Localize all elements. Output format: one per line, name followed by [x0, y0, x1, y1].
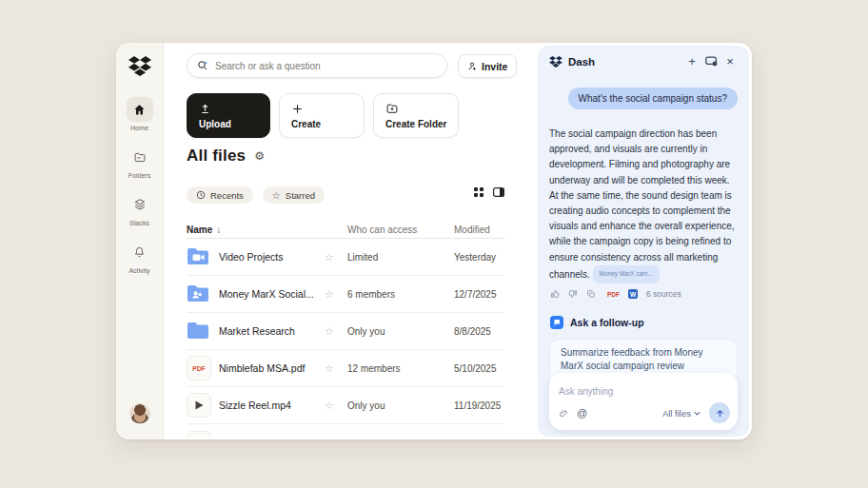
- sidebar-item-label: Activity: [128, 267, 149, 274]
- sidebar-item-stacks[interactable]: Stacks: [127, 192, 153, 226]
- action-buttons: Upload Create Create Folder: [187, 93, 459, 138]
- upload-button[interactable]: Upload: [187, 93, 270, 138]
- file-name: Nimblefab MSA.pdf: [219, 362, 317, 374]
- settings-gear-icon[interactable]: ⚙: [254, 150, 265, 162]
- file-modified: 12/7/2025: [454, 289, 504, 300]
- search-input[interactable]: [215, 61, 437, 71]
- thumbs-down-icon[interactable]: [568, 289, 578, 299]
- ask-input[interactable]: [559, 386, 728, 397]
- file-name: Market Research: [219, 325, 317, 337]
- pdf-source-badge: PDF: [607, 291, 620, 298]
- sidebar-item-label: Folders: [128, 172, 150, 179]
- sidebar-item-label: Stacks: [129, 220, 149, 226]
- filter-label: Starred: [286, 190, 315, 201]
- sidebar-item-folders[interactable]: Folders: [127, 145, 153, 179]
- clock-icon: [196, 190, 206, 200]
- file-access: 6 members: [347, 289, 454, 300]
- chevron-down-icon: [694, 411, 700, 416]
- sidebar-item-home[interactable]: Home: [127, 97, 153, 131]
- row-star-icon[interactable]: ☆: [317, 251, 347, 264]
- create-button[interactable]: Create: [279, 93, 365, 138]
- main-content: Invite Upload Create Create Folder: [164, 43, 536, 439]
- table-row[interactable]: Market Research ☆ Only you 8/8/2025: [187, 313, 504, 350]
- dash-header: Dash + ×: [549, 55, 740, 68]
- source-chip[interactable]: Money MarX cam...: [593, 265, 660, 283]
- file-access: Only you: [347, 400, 454, 411]
- file-access: 12 members: [347, 363, 454, 374]
- copy-icon[interactable]: [586, 289, 596, 299]
- filter-recents[interactable]: Recents: [187, 186, 253, 204]
- invite-button[interactable]: Invite: [458, 54, 517, 78]
- filter-starred[interactable]: ☆ Starred: [263, 186, 325, 204]
- search-icon: [197, 60, 208, 71]
- user-avatar[interactable]: [129, 403, 150, 424]
- column-modified[interactable]: Modified: [454, 224, 504, 235]
- folders-icon: [127, 145, 153, 169]
- file-name: Video Projects: [219, 251, 317, 263]
- folder-plus-icon: [385, 103, 399, 115]
- row-star-icon[interactable]: ☆: [317, 288, 347, 301]
- page-title: All files: [187, 146, 246, 166]
- file-modified: 8/8/2025: [454, 326, 504, 337]
- app-window: Home Folders Stacks Activity: [116, 43, 752, 439]
- scope-selector[interactable]: All files: [662, 408, 700, 419]
- table-row-partial: [187, 424, 504, 438]
- chat-history-icon[interactable]: [701, 56, 720, 67]
- view-toggle: [474, 187, 504, 197]
- mention-icon[interactable]: @: [577, 408, 587, 419]
- page-title-row: All files ⚙: [187, 146, 265, 166]
- row-star-icon[interactable]: ☆: [317, 325, 347, 338]
- pdf-file-icon: PDF: [187, 356, 211, 381]
- file-access: Only you: [347, 326, 454, 337]
- table-row[interactable]: Money MarX Social... ☆ 6 members 12/7/20…: [187, 276, 504, 313]
- file-modified: 11/19/2025: [454, 400, 504, 411]
- file-name: Sizzle Reel.mp4: [219, 400, 317, 411]
- create-folder-label: Create Folder: [385, 119, 446, 129]
- row-star-icon[interactable]: ☆: [317, 400, 347, 412]
- new-chat-icon[interactable]: +: [682, 55, 701, 68]
- close-icon[interactable]: ×: [720, 55, 740, 68]
- dash-panel: Dash + × What's the social campaign stat…: [538, 46, 749, 437]
- dropbox-logo-icon[interactable]: [128, 55, 152, 76]
- send-button[interactable]: [709, 402, 730, 423]
- desktop: { "colors": { "desktop_bg": "#ebe6de", "…: [0, 0, 868, 488]
- create-folder-button[interactable]: Create Folder: [373, 93, 459, 138]
- bell-icon: [127, 240, 153, 264]
- sort-down-icon: ↓: [216, 224, 221, 235]
- create-label: Create: [291, 119, 321, 129]
- dash-logo-icon: [549, 56, 562, 68]
- split-view-icon[interactable]: [493, 187, 504, 197]
- table-row[interactable]: Video Projects ☆ Limited Yesterday: [187, 239, 504, 276]
- plus-icon: [291, 103, 304, 115]
- paperclip-icon[interactable]: [559, 408, 568, 419]
- sidebar-item-activity[interactable]: Activity: [127, 240, 153, 274]
- star-icon: ☆: [272, 190, 281, 201]
- sources-count[interactable]: 6 sources: [646, 289, 681, 299]
- invite-person-icon: [467, 61, 478, 71]
- upload-icon: [199, 103, 211, 115]
- row-star-icon[interactable]: ☆: [317, 362, 347, 375]
- file-modified: Yesterday: [454, 252, 504, 263]
- stacks-icon: [127, 192, 153, 217]
- column-name[interactable]: Name ↓: [187, 224, 317, 235]
- word-source-badge: W: [628, 289, 638, 299]
- table-row[interactable]: PDF Nimblefab MSA.pdf ☆ 12 members 5/10/…: [187, 350, 504, 387]
- chat-bubble-icon: [550, 316, 563, 329]
- ask-input-card[interactable]: @ All files: [549, 373, 738, 430]
- upload-label: Upload: [199, 119, 231, 129]
- ask-followup-button[interactable]: Ask a follow-up: [550, 316, 644, 329]
- search-bar[interactable]: [187, 53, 447, 78]
- grid-view-icon[interactable]: [474, 187, 483, 197]
- filter-pills: Recents ☆ Starred: [187, 186, 325, 204]
- ask-toolbar: @ All files: [559, 402, 730, 423]
- sidebar-item-label: Home: [130, 125, 148, 131]
- table-row[interactable]: Sizzle Reel.mp4 ☆ Only you 11/19/2025: [187, 387, 504, 424]
- video-file-icon: [187, 393, 211, 418]
- folder-icon: [187, 322, 219, 341]
- invite-label: Invite: [482, 61, 507, 72]
- column-access[interactable]: Who can access: [347, 224, 454, 235]
- file-access: Limited: [347, 252, 454, 263]
- file-modified: 5/10/2025: [454, 363, 504, 374]
- thumbs-up-icon[interactable]: [550, 289, 560, 299]
- filter-label: Recents: [210, 190, 244, 201]
